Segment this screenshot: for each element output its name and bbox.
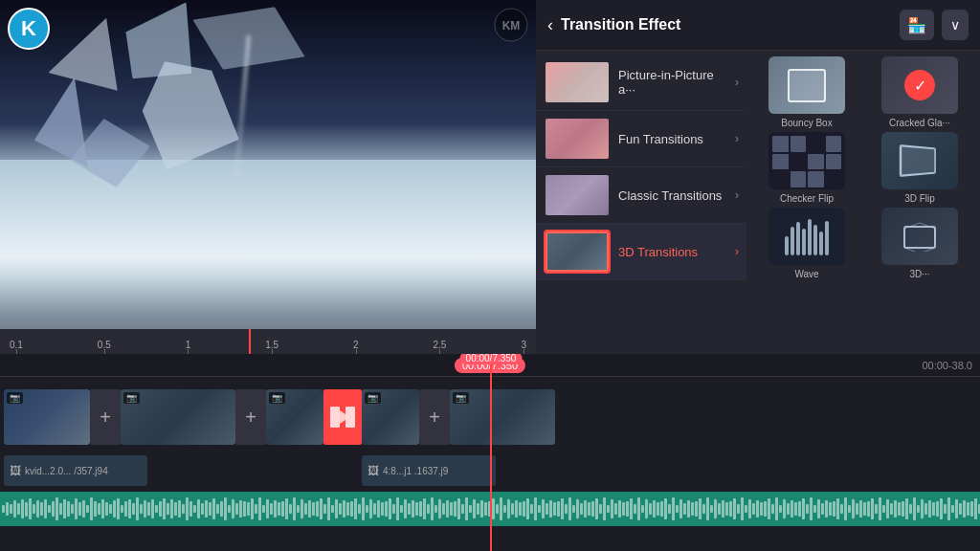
video-clip-2[interactable]: 📷 xyxy=(121,389,235,445)
category-item-fun[interactable]: Fun Transitions › xyxy=(536,111,746,167)
audio-bar-41 xyxy=(159,501,162,517)
subtitle-clip-1[interactable]: 🖼 kvid...2.0... /357.j94 xyxy=(4,455,147,486)
audio-bar-195 xyxy=(748,499,751,518)
audio-bar-54 xyxy=(209,502,212,516)
audio-bar-204 xyxy=(783,499,786,518)
timeline-area[interactable]: 00:00/7.350 00:00-38.0 📷 + xyxy=(0,354,980,551)
timeline-playhead: 00:00/7.350 xyxy=(490,354,492,551)
audio-bar-69 xyxy=(266,499,269,518)
audio-bar-236 xyxy=(905,498,908,519)
category-item-classic[interactable]: Classic Transitions › xyxy=(536,167,746,224)
audio-bar-145 xyxy=(557,501,560,517)
ruler-mark-25: 2.5 xyxy=(434,340,447,350)
clip-icon-4: 📷 xyxy=(453,392,469,404)
video-clip-3b[interactable]: 📷 xyxy=(362,389,419,445)
audio-bar-222 xyxy=(852,499,855,518)
audio-bar-186 xyxy=(714,499,717,518)
3d-thumb-bg xyxy=(546,231,609,272)
audio-bar-214 xyxy=(821,503,824,515)
wave-bar-4 xyxy=(802,229,806,255)
app-container: K KM 0.1 0.5 1 1.5 2 2.5 3 xyxy=(0,0,980,551)
audio-bar-89 xyxy=(343,500,345,518)
category-label-classic: Classic Transitions xyxy=(618,188,727,203)
classic-thumb-bg xyxy=(546,175,609,215)
audio-bar-228 xyxy=(875,504,878,514)
audio-bar-94 xyxy=(362,497,365,520)
active-transition-marker[interactable] xyxy=(323,389,362,445)
video-clip-4[interactable]: 📷 xyxy=(450,389,555,445)
bouncy-box-label: Bouncy Box xyxy=(781,118,832,128)
fun-thumb-bg xyxy=(546,119,609,159)
category-item-pip[interactable]: Picture-in-Picture a··· › xyxy=(536,55,746,111)
audio-bar-67 xyxy=(258,497,261,520)
audio-bar-81 xyxy=(312,502,315,516)
audio-bar-63 xyxy=(243,501,246,517)
panel-content: Picture-in-Picture a··· › Fun Transition… xyxy=(536,51,980,354)
category-item-3d[interactable]: 3D Transitions › xyxy=(536,224,746,280)
audio-bar-10 xyxy=(40,502,43,516)
audio-bar-129 xyxy=(496,504,499,514)
audio-bar-167 xyxy=(641,505,644,513)
bouncy-box-shape xyxy=(788,69,826,102)
audio-bar-225 xyxy=(863,502,866,516)
audio-bar-122 xyxy=(469,505,472,513)
audio-bar-93 xyxy=(358,504,361,514)
audio-bar-53 xyxy=(205,500,208,518)
checker-cell-1 xyxy=(772,136,789,152)
effect-item-3d-flip[interactable]: 3D Flip xyxy=(865,132,974,204)
audio-bar-134 xyxy=(515,500,518,518)
audio-bar-190 xyxy=(729,501,732,517)
subtitle-icon-1: 🖼 xyxy=(10,464,21,477)
checker-cell-8 xyxy=(826,154,842,170)
store-button[interactable]: 🏪 xyxy=(900,10,934,40)
audio-bar-97 xyxy=(373,503,376,515)
audio-bar-64 xyxy=(247,502,250,516)
video-clip-3a[interactable]: 📷 xyxy=(266,389,323,445)
audio-bar-177 xyxy=(679,499,682,518)
add-transition-2[interactable]: + xyxy=(235,389,266,445)
clip-icon-3a: 📷 xyxy=(269,392,285,404)
audio-bar-217 xyxy=(833,501,835,517)
audio-bar-131 xyxy=(503,505,506,513)
wave-thumbnail xyxy=(768,208,845,265)
effect-item-checker-flip[interactable]: Checker Flip xyxy=(752,132,861,204)
audio-bar-25 xyxy=(98,503,100,515)
back-button[interactable]: ‹ xyxy=(547,15,553,35)
effect-item-3d2[interactable]: 3D··· xyxy=(865,208,974,279)
audio-bar-227 xyxy=(871,498,874,519)
audio-bar-174 xyxy=(668,504,671,514)
audio-bar-55 xyxy=(212,498,215,519)
effect-item-bouncy-box[interactable]: Bouncy Box xyxy=(752,56,861,128)
checker-cell-11 xyxy=(808,171,824,187)
subtitle-icon-2: 🖼 xyxy=(368,464,379,477)
category-thumbnail-3d xyxy=(544,230,611,274)
audio-bar-12 xyxy=(48,505,51,513)
effect-item-wave[interactable]: Wave xyxy=(752,208,861,279)
audio-bar-252 xyxy=(967,502,969,516)
audio-bar-212 xyxy=(813,505,816,513)
audio-bar-35 xyxy=(136,497,139,520)
audio-bar-216 xyxy=(829,502,832,516)
audio-bar-210 xyxy=(806,504,809,514)
subtitle-clip-2[interactable]: 🖼 4:8...j1 .1637.j9 xyxy=(362,455,496,486)
audio-bar-154 xyxy=(591,501,594,517)
audio-bar-234 xyxy=(898,502,901,516)
audio-bar-106 xyxy=(408,503,411,515)
dropdown-button[interactable]: ∨ xyxy=(942,10,969,40)
effect-item-cracked-glass[interactable]: ✓ Cracked Gla··· xyxy=(865,56,974,128)
add-transition-1[interactable]: + xyxy=(90,389,121,445)
audio-bar-173 xyxy=(664,498,667,519)
audio-bar-235 xyxy=(902,501,904,517)
audio-bar-138 xyxy=(530,504,533,514)
video-clip-1[interactable]: 📷 xyxy=(4,389,90,445)
pip-thumb-bg xyxy=(546,62,609,102)
checker-cell-7 xyxy=(808,154,824,170)
audio-bar-75 xyxy=(289,504,292,514)
category-thumbnail-fun xyxy=(544,117,611,161)
audio-bar-226 xyxy=(867,501,870,517)
audio-bar-22 xyxy=(86,505,89,513)
add-transition-3[interactable]: + xyxy=(419,389,450,445)
audio-bar-65 xyxy=(251,498,254,519)
checker-cell-10 xyxy=(791,171,807,187)
audio-bar-77 xyxy=(297,505,300,513)
